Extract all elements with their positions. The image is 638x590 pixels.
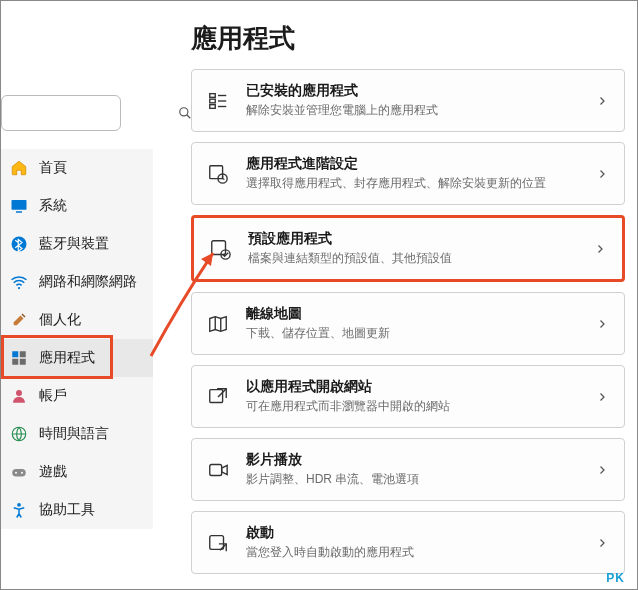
chevron-right-icon — [594, 535, 610, 551]
sidebar-item-home[interactable]: 首頁 — [1, 149, 153, 187]
svg-marker-26 — [210, 316, 227, 331]
svg-rect-18 — [210, 104, 216, 108]
card-title: 啟動 — [246, 524, 578, 542]
sidebar-item-apps[interactable]: 應用程式 — [1, 339, 153, 377]
svg-rect-7 — [20, 351, 26, 357]
sidebar-item-accessibility[interactable]: 協助工具 — [1, 491, 153, 529]
card-advanced-settings[interactable]: 應用程式進階設定 選擇取得應用程式、封存應用程式、解除安裝更新的位置 — [191, 142, 625, 205]
svg-rect-9 — [20, 359, 26, 365]
installed-icon — [206, 89, 230, 113]
websites-icon — [206, 385, 230, 409]
svg-rect-31 — [210, 464, 222, 475]
card-body: 預設應用程式 檔案與連結類型的預設值、其他預設值 — [248, 230, 576, 267]
sidebar-item-accounts[interactable]: 帳戶 — [1, 377, 153, 415]
default-icon — [208, 237, 232, 261]
sidebar-item-label: 應用程式 — [39, 349, 95, 367]
accessibility-icon — [9, 500, 29, 520]
svg-point-14 — [21, 472, 23, 474]
page-title: 應用程式 — [191, 21, 295, 56]
svg-rect-33 — [210, 535, 224, 549]
sidebar-item-label: 網路和網際網路 — [39, 273, 137, 291]
sidebar-item-label: 個人化 — [39, 311, 81, 329]
card-default-apps[interactable]: 預設應用程式 檔案與連結類型的預設值、其他預設值 — [191, 215, 625, 282]
search-box[interactable] — [1, 95, 121, 131]
card-subtitle: 當您登入時自動啟動的應用程式 — [246, 544, 578, 561]
card-subtitle: 影片調整、HDR 串流、電池選項 — [246, 471, 578, 488]
svg-marker-32 — [222, 465, 228, 474]
card-video-playback[interactable]: 影片播放 影片調整、HDR 串流、電池選項 — [191, 438, 625, 501]
svg-rect-29 — [210, 389, 223, 402]
brush-icon — [9, 310, 29, 330]
map-icon — [206, 312, 230, 336]
svg-point-10 — [16, 390, 22, 396]
globe-icon — [9, 424, 29, 444]
svg-point-15 — [17, 503, 21, 507]
card-title: 影片播放 — [246, 451, 578, 469]
card-body: 啟動 當您登入時自動啟動的應用程式 — [246, 524, 578, 561]
card-title: 預設應用程式 — [248, 230, 576, 248]
chevron-right-icon — [592, 241, 608, 257]
svg-rect-17 — [210, 99, 216, 103]
card-subtitle: 解除安裝並管理您電腦上的應用程式 — [246, 102, 578, 119]
chevron-right-icon — [594, 166, 610, 182]
sidebar-item-network[interactable]: 網路和網際網路 — [1, 263, 153, 301]
sidebar-item-personalization[interactable]: 個人化 — [1, 301, 153, 339]
svg-rect-16 — [210, 93, 216, 97]
search-icon — [178, 105, 192, 121]
sidebar-item-label: 協助工具 — [39, 501, 95, 519]
account-icon — [9, 386, 29, 406]
card-title: 離線地圖 — [246, 305, 578, 323]
sidebar-item-gaming[interactable]: 遊戲 — [1, 453, 153, 491]
svg-rect-2 — [12, 200, 27, 210]
bluetooth-icon — [9, 234, 29, 254]
card-offline-maps[interactable]: 離線地圖 下載、儲存位置、地圖更新 — [191, 292, 625, 355]
chevron-right-icon — [594, 316, 610, 332]
card-body: 離線地圖 下載、儲存位置、地圖更新 — [246, 305, 578, 342]
svg-rect-8 — [12, 359, 18, 365]
card-apps-for-websites[interactable]: 以應用程式開啟網站 可在應用程式而非瀏覽器中開啟的網站 — [191, 365, 625, 428]
watermark: PK — [606, 571, 625, 585]
card-startup[interactable]: 啟動 當您登入時自動啟動的應用程式 — [191, 511, 625, 574]
card-body: 以應用程式開啟網站 可在應用程式而非瀏覽器中開啟的網站 — [246, 378, 578, 415]
sidebar-item-label: 時間與語言 — [39, 425, 109, 443]
svg-rect-24 — [212, 240, 226, 254]
wifi-icon — [9, 272, 29, 292]
card-body: 應用程式進階設定 選擇取得應用程式、封存應用程式、解除安裝更新的位置 — [246, 155, 578, 192]
game-icon — [9, 462, 29, 482]
sidebar-item-time-language[interactable]: 時間與語言 — [1, 415, 153, 453]
sidebar-item-label: 首頁 — [39, 159, 67, 177]
system-icon — [9, 196, 29, 216]
card-subtitle: 可在應用程式而非瀏覽器中開啟的網站 — [246, 398, 578, 415]
sidebar-item-bluetooth[interactable]: 藍牙與裝置 — [1, 225, 153, 263]
svg-rect-22 — [210, 165, 223, 178]
search-input[interactable] — [10, 106, 178, 121]
svg-line-1 — [187, 115, 191, 119]
card-title: 已安裝的應用程式 — [246, 82, 578, 100]
chevron-right-icon — [594, 462, 610, 478]
card-title: 應用程式進階設定 — [246, 155, 578, 173]
card-body: 已安裝的應用程式 解除安裝並管理您電腦上的應用程式 — [246, 82, 578, 119]
card-subtitle: 選擇取得應用程式、封存應用程式、解除安裝更新的位置 — [246, 175, 578, 192]
sidebar-item-label: 帳戶 — [39, 387, 67, 405]
card-body: 影片播放 影片調整、HDR 串流、電池選項 — [246, 451, 578, 488]
content-area: 已安裝的應用程式 解除安裝並管理您電腦上的應用程式 應用程式進階設定 選擇取得應… — [191, 69, 625, 577]
sidebar-item-label: 遊戲 — [39, 463, 67, 481]
home-icon — [9, 158, 29, 178]
apps-icon — [9, 348, 29, 368]
card-subtitle: 下載、儲存位置、地圖更新 — [246, 325, 578, 342]
startup-icon — [206, 531, 230, 555]
card-installed-apps[interactable]: 已安裝的應用程式 解除安裝並管理您電腦上的應用程式 — [191, 69, 625, 132]
svg-point-4 — [12, 237, 27, 252]
svg-rect-6 — [12, 351, 18, 357]
sidebar-item-system[interactable]: 系統 — [1, 187, 153, 225]
sidebar-item-label: 藍牙與裝置 — [39, 235, 109, 253]
svg-point-0 — [180, 108, 188, 116]
card-title: 以應用程式開啟網站 — [246, 378, 578, 396]
chevron-right-icon — [594, 93, 610, 109]
svg-point-13 — [15, 472, 17, 474]
card-subtitle: 檔案與連結類型的預設值、其他預設值 — [248, 250, 576, 267]
advanced-icon — [206, 162, 230, 186]
svg-rect-3 — [16, 211, 22, 213]
svg-rect-12 — [12, 469, 26, 477]
sidebar-nav: 首頁 系統 藍牙與裝置 網路和網際網路 個人化 應用程式 帳戶 — [1, 149, 153, 529]
